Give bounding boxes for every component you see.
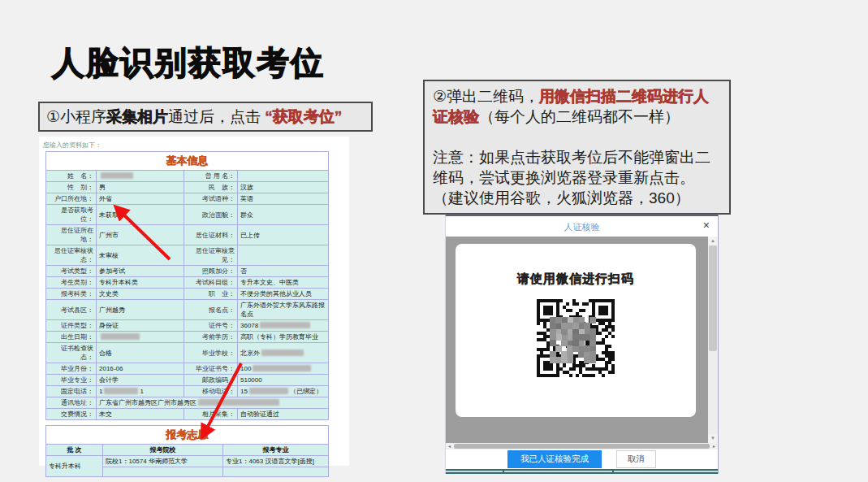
table-row: 交费情况：未交相片采集：自动验证通过 [46,409,329,420]
vertical-scrollbar[interactable]: ▲ ▼ [708,237,718,443]
step2-note: 注意：如果点击获取考位后不能弹窗出二维码，尝试更换浏览器登录重新点击。（建议使用… [433,147,721,208]
form-intro-text: 您输入的资料如下： [39,137,349,151]
scroll-down-icon[interactable]: ▼ [708,434,718,443]
horizontal-scrollbar[interactable]: ◄ ► [446,443,718,449]
table-row: 证书检查状态：合格毕业学校：北京外 [46,343,329,363]
field-label: 考试语种： [184,193,238,205]
table-row: 证件类型：身份证证件号：36078 [46,320,329,332]
column-header: 报考院校 [103,445,223,456]
step1-highlight: “获取考位” [265,108,342,125]
field-value: 参加考试 [97,266,184,277]
vertical-scroll-thumb[interactable] [709,245,717,351]
table-row: 通讯地址：广东省广州市越秀区广州市越秀区 [46,397,329,409]
field-label: 民 族： [184,182,238,193]
table-row: 固定电话：11移动电话：15（已绑定） [46,386,329,397]
dialog-title: 人证核验 [446,221,718,233]
redacted-value [198,399,279,406]
field-value: 广州市 [97,225,184,245]
scroll-left-icon[interactable]: ◄ [446,444,453,449]
background-table-sliver [446,469,718,474]
table-row: 居住证审核状态：未审核居住证审核意见： [46,245,329,266]
close-icon[interactable]: × [703,219,710,231]
field-label: 毕业月份： [46,363,97,375]
field-value: 510000 [238,375,329,386]
cancel-button[interactable]: 取消 [616,450,656,468]
scan-hint-text: 请使用微信进行扫码 [456,271,696,287]
field-value: 专科升本科类 [97,277,184,289]
table-row: 是否获取考位：未获取政治面貌：群众 [46,205,329,225]
registration-form-screenshot: 您输入的资料如下： 基本信息 姓 名：曾 用 名：性 别：男民 族：汉族户口所在… [39,137,349,466]
basic-info-table: 基本信息 姓 名：曾 用 名：性 别：男民 族：汉族户口所在地：外省考试语种：英… [45,151,329,420]
field-value: 未审核 [97,245,184,266]
table-row: 户口所在地：外省考试语种：英语 [46,193,329,205]
field-label: 邮政编码： [184,375,238,386]
field-label: 考试科目组： [184,277,238,289]
field-label: 出生日期： [46,332,97,343]
table-row: 考试类型：参加考试照顾加分：否 [46,266,329,277]
scroll-up-icon[interactable]: ▲ [708,237,718,245]
field-value: 已上传 [238,225,329,245]
dialog-titlebar: 人证核验 × [446,216,718,237]
table-row: 考试县区：广州越秀报名点：广东外语外贸大学东风东路报名点 [46,300,329,320]
preferences-body: 报考志愿 批 次报考院校报考专业专科升本科院校1：10574 华南师范大学专业1… [46,426,329,477]
verification-complete-button[interactable]: 我已人证核验完成 [507,450,602,468]
field-label: 证书检查状态： [46,343,97,363]
qr-code [537,299,615,377]
field-label: 是否获取考位： [46,205,97,225]
field-value [97,171,184,182]
field-value: 北京外 [238,343,329,363]
table-row: 性 别：男民 族：汉族 [46,182,329,193]
field-value: 广州越秀 [97,300,184,320]
field-value: 广东省广州市越秀区广州市越秀区 [97,397,329,409]
redacted-value [261,350,304,356]
field-value: 11 [97,386,184,397]
empty-cell [223,467,329,477]
field-label: 户口所在地： [46,193,97,205]
redacted-value [249,388,288,394]
field-label: 固定电话： [46,386,97,397]
qr-card: 请使用微信进行扫码 [456,244,696,417]
field-value: 广东外语外贸大学东风东路报名点 [238,300,329,320]
dialog-content-area: 请使用微信进行扫码 ▲ ▼ [446,237,718,443]
redacted-value [101,333,140,340]
field-value: 2016-06 [97,363,184,375]
field-label: 考试县区： [46,300,97,320]
table-row: 毕业月份：2016-06毕业证书号：100 [46,363,329,375]
field-value: 专升本文史、中医类 [238,277,329,289]
scroll-right-icon[interactable]: ► [710,444,718,449]
preferences-table: 报考志愿 批 次报考院校报考专业专科升本科院校1：10574 华南师范大学专业1… [45,425,329,477]
step2-instruction: ②弹出二维码，用微信扫描二维码进行人证核验（每个人的二维码都不一样） 注意：如果… [423,80,731,215]
horizontal-scroll-thumb[interactable] [454,444,710,449]
preferences-header-row: 批 次报考院校报考专业 [46,445,329,456]
step2-prefix: ②弹出二维码， [433,88,539,105]
section-title-row: 报考志愿 [46,426,329,445]
field-value: 汉族 [238,182,329,193]
field-label: 证件号： [184,320,238,332]
field-value: 男 [97,182,184,193]
field-value [238,245,329,266]
step1-emphasis: 采集相片 [106,108,168,125]
field-label: 性 别： [46,182,97,193]
redacted-value [260,322,310,328]
field-label: 交费情况： [46,409,97,420]
field-label: 曾 用 名： [184,171,238,182]
field-value: 会计学 [97,375,184,386]
field-label: 通讯地址： [46,397,97,409]
dialog-footer: 我已人证核验完成 取消 [446,449,718,469]
field-label: 证件类型： [46,320,97,332]
field-value: 36078 [238,320,329,332]
field-label: 相片采集： [184,409,238,420]
section-title-row: 基本信息 [46,152,329,171]
field-value: 100 [238,363,329,375]
field-label: 居住证审核意见： [184,245,238,266]
table-row: 毕业专业：会计学邮政编码：510000 [46,375,329,386]
field-value: 高职（专科）学历教育毕业 [238,332,329,343]
table-row: 出生日期：考前学历：高职（专科）学历教育毕业 [46,332,329,343]
table-row: 报考科类：文史类职 业：不便分类的其他从业人员 [46,289,329,300]
basic-info-title: 基本信息 [46,152,329,171]
field-label: 毕业学校： [184,343,238,363]
redacted-value [104,388,138,394]
field-label: 报名点： [184,300,238,320]
field-value: 英语 [238,193,329,205]
field-label: 职 业： [184,289,238,300]
